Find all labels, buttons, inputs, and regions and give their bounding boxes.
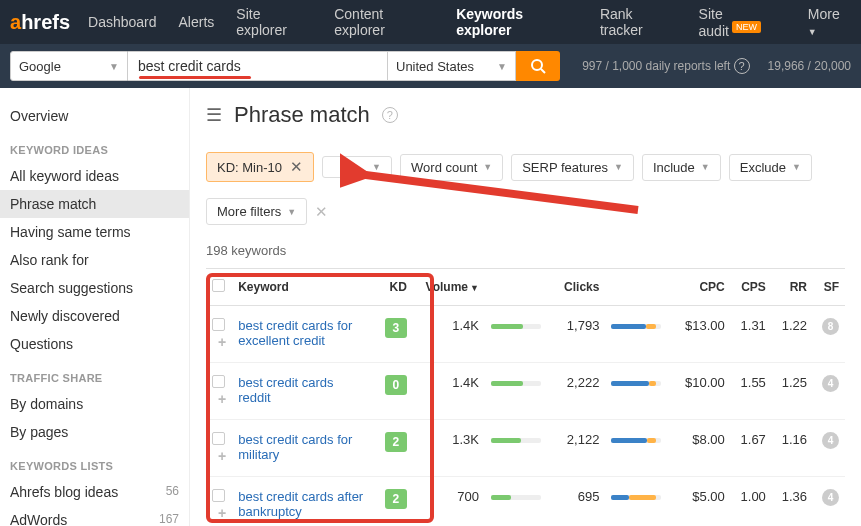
logo[interactable]: ahrefs (10, 11, 70, 34)
cps-value: 1.00 (731, 477, 772, 527)
col-clicks[interactable]: Clicks (553, 269, 605, 306)
row-checkbox[interactable] (212, 489, 225, 502)
sf-badge: 4 (822, 489, 839, 506)
chevron-down-icon: ▼ (483, 162, 492, 172)
filter-more[interactable]: More filters▼ (206, 198, 307, 225)
col-kd[interactable]: KD (375, 269, 412, 306)
cpc-value: $10.00 (674, 363, 731, 420)
volume-value: 1.3K (413, 420, 485, 477)
table-row: +best credit cards for excellent credit3… (206, 306, 845, 363)
sidebar-list-item[interactable]: Ahrefs blog ideas56 (0, 478, 189, 506)
volume-bar (491, 438, 541, 443)
sidebar-phrase-match[interactable]: Phrase match (0, 190, 189, 218)
select-all-checkbox[interactable] (212, 279, 225, 292)
filter-include[interactable]: Include▼ (642, 154, 721, 181)
sf-badge: 8 (822, 318, 839, 335)
sidebar: Overview KEYWORD IDEAS All keyword ideas… (0, 88, 190, 526)
sidebar-newly-discovered[interactable]: Newly discovered (0, 302, 189, 330)
chevron-down-icon: ▼ (701, 162, 710, 172)
col-volume[interactable]: Volume▼ (413, 269, 485, 306)
clear-filters[interactable]: ✕ (315, 203, 328, 221)
col-rr[interactable]: RR (772, 269, 813, 306)
sidebar-by-domains[interactable]: By domains (0, 390, 189, 418)
sf-badge: 4 (822, 432, 839, 449)
close-icon[interactable]: ✕ (290, 158, 303, 176)
sidebar-heading-ideas: KEYWORD IDEAS (0, 130, 189, 162)
expand-icon[interactable]: + (218, 448, 226, 464)
clicks-bar (611, 324, 661, 329)
filter-hidden[interactable]: ▼ (322, 156, 392, 178)
nav-more[interactable]: More ▼ (808, 6, 851, 38)
rr-value: 1.36 (772, 477, 813, 527)
sidebar-also-rank-for[interactable]: Also rank for (0, 246, 189, 274)
search-button[interactable] (516, 51, 560, 81)
engine-select[interactable]: Google▼ (10, 51, 128, 81)
keyword-link[interactable]: best credit cards after bankruptcy (238, 489, 363, 519)
help-icon[interactable]: ? (734, 58, 750, 74)
col-cpc[interactable]: CPC (674, 269, 731, 306)
page-title: Phrase match (234, 102, 370, 128)
kd-badge: 2 (385, 489, 407, 509)
keyword-input[interactable] (128, 51, 388, 81)
keyword-link[interactable]: best credit cards for excellent credit (238, 318, 352, 348)
volume-bar (491, 381, 541, 386)
col-cps[interactable]: CPS (731, 269, 772, 306)
sidebar-having-same-terms[interactable]: Having same terms (0, 218, 189, 246)
sf-badge: 4 (822, 375, 839, 392)
nav-dashboard[interactable]: Dashboard (88, 14, 157, 30)
sort-desc-icon: ▼ (470, 283, 479, 293)
keyword-link[interactable]: best credit cards reddit (238, 375, 333, 405)
clicks-bar (611, 381, 661, 386)
nav-keywords-explorer[interactable]: Keywords explorer (456, 6, 578, 38)
row-checkbox[interactable] (212, 318, 225, 331)
volume-value: 700 (413, 477, 485, 527)
kd-badge: 2 (385, 432, 407, 452)
keyword-link[interactable]: best credit cards for military (238, 432, 352, 462)
volume-value: 1.4K (413, 306, 485, 363)
rr-value: 1.16 (772, 420, 813, 477)
expand-icon[interactable]: + (218, 505, 226, 521)
results-table: Keyword KD Volume▼ Clicks CPC CPS RR SF … (206, 268, 845, 526)
country-select[interactable]: United States▼ (388, 51, 516, 81)
expand-icon[interactable]: + (218, 334, 226, 350)
filter-serp[interactable]: SERP features▼ (511, 154, 634, 181)
sidebar-overview[interactable]: Overview (0, 102, 189, 130)
clicks-value: 695 (553, 477, 605, 527)
nav-rank-tracker[interactable]: Rank tracker (600, 6, 677, 38)
svg-line-1 (541, 69, 545, 73)
sidebar-by-pages[interactable]: By pages (0, 418, 189, 446)
filter-kd[interactable]: KD: Min-10✕ (206, 152, 314, 182)
kd-badge: 0 (385, 375, 407, 395)
filter-exclude[interactable]: Exclude▼ (729, 154, 812, 181)
clicks-bar (611, 495, 661, 500)
expand-icon[interactable]: + (218, 391, 226, 407)
nav-content-explorer[interactable]: Content explorer (334, 6, 434, 38)
col-keyword[interactable]: Keyword (232, 269, 375, 306)
chevron-down-icon: ▼ (372, 162, 381, 172)
nav-alerts[interactable]: Alerts (179, 14, 215, 30)
sidebar-list-item[interactable]: AdWords167 (0, 506, 189, 526)
col-sf[interactable]: SF (813, 269, 845, 306)
filter-wordcount[interactable]: Word count▼ (400, 154, 503, 181)
sidebar-questions[interactable]: Questions (0, 330, 189, 358)
nav-site-audit[interactable]: Site auditNEW (699, 6, 786, 39)
cps-value: 1.31 (731, 306, 772, 363)
sidebar-search-suggestions[interactable]: Search suggestions (0, 274, 189, 302)
cps-value: 1.67 (731, 420, 772, 477)
volume-bar (491, 495, 541, 500)
cps-value: 1.55 (731, 363, 772, 420)
cpc-value: $8.00 (674, 420, 731, 477)
rows-left: 19,966 / 20,000 (768, 59, 851, 73)
chevron-down-icon: ▼ (497, 61, 507, 72)
sidebar-all-keyword-ideas[interactable]: All keyword ideas (0, 162, 189, 190)
help-icon[interactable]: ? (382, 107, 398, 123)
row-checkbox[interactable] (212, 432, 225, 445)
menu-icon[interactable]: ☰ (206, 104, 222, 126)
svg-point-0 (532, 60, 542, 70)
kd-badge: 3 (385, 318, 407, 338)
volume-value: 1.4K (413, 363, 485, 420)
row-checkbox[interactable] (212, 375, 225, 388)
volume-bar (491, 324, 541, 329)
nav-site-explorer[interactable]: Site explorer (236, 6, 312, 38)
chevron-down-icon: ▼ (109, 61, 119, 72)
